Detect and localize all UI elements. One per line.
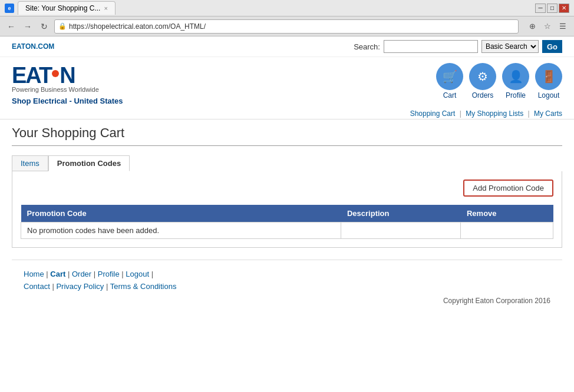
my-carts-link[interactable]: My Carts <box>534 109 562 118</box>
title-divider <box>12 145 562 146</box>
refresh-button[interactable]: ↻ <box>38 20 51 33</box>
back-button[interactable]: ← <box>5 20 18 33</box>
search-input[interactable] <box>384 40 478 53</box>
logo-text-n: N <box>60 63 74 88</box>
tab-close-icon[interactable]: × <box>104 5 107 12</box>
cart-nav-icon[interactable]: 🛒 Cart <box>436 63 463 99</box>
tab-promotion-codes[interactable]: Promotion Codes <box>48 155 130 171</box>
col-description: Description <box>341 205 461 222</box>
separator-1: | <box>460 109 463 118</box>
orders-label: Orders <box>472 91 494 99</box>
ssl-icon: 🔒 <box>58 22 67 30</box>
shop-title: Shop Electrical - United States <box>12 97 123 105</box>
copyright: Copyright Eaton Corporation 2016 <box>24 297 550 305</box>
footer: Home | Cart | Order | Profile | Logout |… <box>12 260 562 311</box>
my-shopping-lists-link[interactable]: My Shopping Lists <box>466 109 523 118</box>
tab-items[interactable]: Items <box>12 155 48 171</box>
footer-links-1: Home | Cart | Order | Profile | Logout | <box>24 270 550 278</box>
logo-area: EAT N Powering Business Worldwide Shop E… <box>12 63 123 105</box>
eaton-logo: EAT N <box>12 63 123 88</box>
address-text: https://shopelectrical.eaton.com/OA_HTML… <box>69 22 514 31</box>
footer-terms-link[interactable]: Terms & Conditions <box>110 282 177 291</box>
go-button[interactable]: Go <box>542 40 562 53</box>
col-promotion-code: Promotion Code <box>21 205 341 222</box>
forward-button[interactable]: → <box>21 20 34 33</box>
separator-2: | <box>528 109 532 118</box>
logout-label: Logout <box>538 91 560 99</box>
empty-message-cell: No promotion codes have been added. <box>21 222 341 239</box>
footer-sep-5: | <box>151 270 153 278</box>
footer-cart-link[interactable]: Cart <box>50 270 65 278</box>
page-content: EATON.COM Search: Basic Search Go EAT N … <box>0 36 574 392</box>
table-row: No promotion codes have been added. <box>21 222 553 239</box>
empty-remove-cell <box>461 222 553 239</box>
promotion-codes-table: Promotion Code Description Remove No pro… <box>21 205 553 239</box>
footer-order-link[interactable]: Order <box>72 270 91 278</box>
search-type-select[interactable]: Basic Search <box>481 40 539 53</box>
browser-tab[interactable]: Site: Your Shopping C... × <box>18 1 116 15</box>
orders-icon-circle: ⚙ <box>469 63 496 90</box>
cart-label: Cart <box>443 91 457 99</box>
eaton-com-link[interactable]: EATON.COM <box>12 42 54 51</box>
translate-icon[interactable]: ⊕ <box>526 20 539 33</box>
footer-sep-2: | <box>68 270 72 278</box>
profile-nav-icon[interactable]: 👤 Profile <box>502 63 529 99</box>
table-body: No promotion codes have been added. <box>21 222 553 239</box>
minimize-button[interactable]: ─ <box>535 4 546 13</box>
menu-icon[interactable]: ☰ <box>556 20 569 33</box>
footer-logout-link[interactable]: Logout <box>126 270 149 278</box>
star-icon[interactable]: ☆ <box>541 20 554 33</box>
logout-nav-icon[interactable]: 🚪 Logout <box>535 63 562 99</box>
add-promotion-code-button[interactable]: Add Promotion Code <box>463 180 553 197</box>
secondary-nav: Shopping Cart | My Shopping Lists | My C… <box>0 108 574 119</box>
profile-label: Profile <box>506 91 526 99</box>
page-title: Your Shopping Cart <box>12 125 562 141</box>
cart-icon-circle: 🛒 <box>436 63 463 90</box>
browser-icon: e <box>5 4 14 13</box>
orders-nav-icon[interactable]: ⚙ Orders <box>469 63 496 99</box>
table-header: Promotion Code Description Remove <box>21 205 553 222</box>
shopping-cart-link[interactable]: Shopping Cart <box>410 109 456 118</box>
maximize-button[interactable]: □ <box>547 4 557 13</box>
logo-subtitle: Powering Business Worldwide <box>12 86 123 93</box>
nav-icons-area: 🛒 Cart ⚙ Orders 👤 Profile 🚪 Logout <box>436 63 562 99</box>
tabs-bar: Items Promotion Codes <box>12 155 562 171</box>
top-bar: EATON.COM Search: Basic Search Go <box>0 36 574 57</box>
profile-icon-circle: 👤 <box>502 63 529 90</box>
footer-profile-link[interactable]: Profile <box>98 270 120 278</box>
col-remove: Remove <box>461 205 553 222</box>
address-bar[interactable]: 🔒 https://shopelectrical.eaton.com/OA_HT… <box>54 19 519 34</box>
footer-privacy-link[interactable]: Privacy Policy <box>56 282 104 291</box>
footer-contact-link[interactable]: Contact <box>24 282 50 291</box>
footer-links-2: Contact | Privacy Policy | Terms & Condi… <box>24 282 550 291</box>
logo-dot-icon <box>52 70 59 77</box>
footer-sep-3: | <box>94 270 98 278</box>
search-label: Search: <box>354 42 380 51</box>
empty-desc-cell <box>341 222 461 239</box>
main-content: Your Shopping Cart Items Promotion Codes… <box>0 119 574 323</box>
close-button[interactable]: ✕ <box>559 4 569 13</box>
footer-sep-7: | <box>106 282 110 291</box>
add-promo-wrap: Add Promotion Code <box>21 180 553 197</box>
tab-title: Site: Your Shopping C... <box>25 4 100 12</box>
logout-icon-circle: 🚪 <box>535 63 562 90</box>
footer-home-link[interactable]: Home <box>24 270 44 278</box>
tab-content-promotion-codes: Add Promotion Code Promotion Code Descri… <box>12 171 562 248</box>
site-header: EAT N Powering Business Worldwide Shop E… <box>0 57 574 108</box>
search-area: Search: Basic Search Go <box>354 40 562 53</box>
logo-text: EAT <box>12 63 51 88</box>
